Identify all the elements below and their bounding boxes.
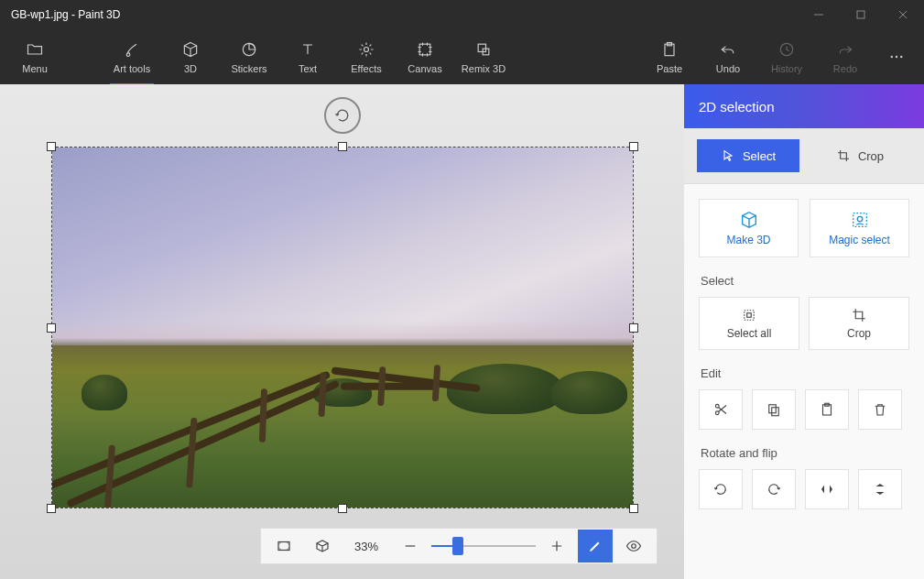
crop-icon (836, 148, 851, 163)
side-panel-header: 2D selection (684, 84, 924, 128)
ribbon-text[interactable]: Text (278, 29, 337, 84)
select-all-icon (741, 307, 757, 323)
crop-button[interactable]: Crop (809, 297, 909, 350)
window-titlebar: GB-wp1.jpg - Paint 3D (0, 0, 924, 29)
rotate-left-button[interactable] (699, 469, 743, 509)
tab-select[interactable]: Select (697, 139, 799, 172)
window-close-button[interactable] (882, 0, 924, 29)
svg-point-2 (364, 48, 369, 52)
handle-top[interactable] (338, 142, 347, 151)
history-icon (777, 39, 796, 60)
cube-icon (739, 210, 759, 230)
flip-horizontal-icon (819, 481, 835, 497)
ribbon-stickers[interactable]: Stickers (220, 29, 278, 84)
ribbon-remix-3d[interactable]: Remix 3D (454, 29, 513, 84)
svg-point-10 (896, 56, 897, 58)
flip-vertical-icon (872, 481, 888, 497)
ribbon-redo[interactable]: Redo (816, 29, 875, 84)
rotate-right-icon (766, 481, 782, 497)
copy-button[interactable] (752, 389, 796, 430)
redo-icon (836, 39, 854, 60)
svg-point-9 (891, 56, 893, 58)
handle-left[interactable] (47, 323, 56, 333)
ribbon-canvas[interactable]: Canvas (396, 29, 454, 84)
zoom-out-button[interactable] (393, 530, 428, 563)
handle-bottom-right[interactable] (629, 504, 638, 513)
rotate-right-button[interactable] (752, 469, 796, 509)
svg-rect-3 (419, 44, 430, 55)
svg-rect-0 (857, 11, 864, 18)
svg-rect-4 (478, 44, 485, 51)
svg-point-19 (715, 404, 719, 408)
svg-point-15 (857, 216, 863, 222)
fit-screen-button[interactable] (266, 530, 301, 563)
zoom-slider[interactable] (431, 537, 536, 555)
handle-right[interactable] (629, 323, 638, 333)
ribbon-paste[interactable]: Paste (640, 29, 699, 84)
rotate-left-icon (712, 481, 729, 497)
cursor-icon (721, 148, 735, 163)
selection-marquee (51, 147, 634, 508)
magic-select-button[interactable]: Magic select (810, 199, 909, 257)
zoom-toolbar: 33% (260, 528, 658, 564)
svg-point-11 (900, 56, 902, 58)
cut-button[interactable] (699, 389, 743, 430)
svg-rect-14 (853, 213, 866, 227)
window-title: GB-wp1.jpg - Paint 3D (0, 8, 120, 21)
remix-icon (474, 39, 493, 60)
svg-point-13 (632, 544, 636, 549)
handle-top-left[interactable] (47, 142, 56, 151)
section-label-rotate: Rotate and flip (701, 446, 909, 460)
selection-box[interactable] (51, 147, 634, 508)
delete-button[interactable] (858, 389, 902, 430)
effects-icon (357, 39, 375, 60)
ribbon-more-button[interactable] (875, 29, 919, 84)
cube-icon (181, 39, 200, 60)
zoom-in-button[interactable] (539, 530, 574, 563)
select-all-button[interactable]: Select all (699, 297, 799, 350)
window-minimize-button[interactable] (798, 0, 840, 29)
paste-button[interactable] (805, 389, 849, 430)
ribbon-history[interactable]: History (757, 29, 816, 84)
top-ribbon: Menu Art tools 3D Stickers Text Effects … (0, 29, 924, 84)
handle-bottom[interactable] (338, 504, 347, 513)
canvas-workspace[interactable]: 33% (0, 84, 684, 579)
ribbon-effects[interactable]: Effects (337, 29, 396, 84)
svg-rect-20 (769, 405, 777, 413)
zoom-percent-label: 33% (343, 540, 389, 553)
handle-top-right[interactable] (629, 142, 638, 151)
window-maximize-button[interactable] (840, 0, 882, 29)
canvas-icon (416, 39, 434, 60)
text-icon (299, 39, 317, 60)
flip-vertical-button[interactable] (858, 469, 902, 509)
undo-icon (719, 39, 737, 60)
mode-tabs: Select Crop (684, 128, 924, 184)
scissors-icon (712, 401, 729, 418)
paste-icon (819, 401, 835, 418)
view-3d-button[interactable] (305, 530, 340, 563)
ribbon-undo[interactable]: Undo (699, 29, 757, 84)
make-3d-button[interactable]: Make 3D (699, 199, 799, 257)
ribbon-3d[interactable]: 3D (161, 29, 220, 84)
paste-icon (660, 39, 679, 60)
side-panel: 2D selection Select Crop Make 3D Magic s… (684, 84, 924, 579)
svg-rect-16 (745, 311, 755, 321)
trash-icon (872, 401, 888, 418)
handle-bottom-left[interactable] (47, 504, 56, 513)
brush-icon (123, 39, 141, 60)
flip-horizontal-button[interactable] (805, 469, 849, 509)
svg-point-18 (715, 411, 719, 415)
section-label-select: Select (701, 274, 909, 288)
svg-rect-17 (747, 313, 752, 318)
rotate-handle[interactable] (324, 97, 361, 134)
window-controls (798, 0, 924, 29)
view-mode-button[interactable] (616, 530, 651, 563)
crop-icon (851, 307, 867, 323)
ribbon-menu[interactable]: Menu (5, 29, 64, 84)
edit-mode-button[interactable] (578, 530, 613, 563)
ribbon-art-tools[interactable]: Art tools (103, 29, 161, 84)
sticker-icon (240, 39, 258, 60)
tab-crop[interactable]: Crop (809, 139, 911, 172)
svg-rect-21 (772, 408, 779, 416)
copy-icon (766, 401, 782, 418)
